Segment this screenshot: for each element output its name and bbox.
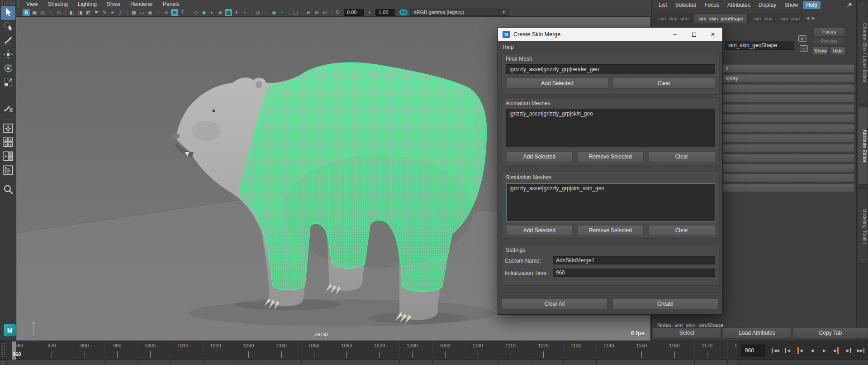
node-tab[interactable]: sim_skin — [776, 14, 804, 23]
node-name-field[interactable]: sim_skin_geoShape — [725, 41, 794, 50]
separator[interactable] — [251, 10, 251, 15]
frame-ruler-segment[interactable]: 1140 — [596, 341, 629, 360]
antialias-icon[interactable]: ◉ — [270, 9, 278, 16]
attribute-editor-menu-item[interactable]: Attributes — [724, 1, 754, 9]
gate-mask-icon[interactable]: ○ — [155, 9, 162, 16]
frame-ruler-segment[interactable]: 1180 — [727, 341, 737, 360]
clear-all-button[interactable]: Clear All — [502, 298, 607, 309]
pane-icon[interactable]: ⊡ — [321, 9, 328, 16]
frame-ruler-segment[interactable]: 1130 — [563, 341, 596, 360]
presets-button[interactable]: Presets — [813, 37, 845, 46]
bookmark-icon[interactable]: ⚑ — [93, 9, 100, 16]
frame-ruler-segment[interactable]: 1000 — [138, 341, 170, 360]
gamma-icon[interactable]: ◗ — [366, 9, 373, 16]
occlusion-icon[interactable]: ◎ — [254, 9, 261, 16]
gamma-field[interactable]: 1.00 — [375, 9, 395, 16]
frame-ruler-segment[interactable]: 1160 — [662, 341, 694, 360]
dialog-help-menu[interactable]: Help — [503, 44, 514, 50]
pin-icon[interactable] — [846, 2, 853, 10]
select-button[interactable]: Select — [653, 327, 721, 339]
single-pane-layout[interactable] — [1, 122, 15, 136]
frame-ruler-segment[interactable]: 990 — [104, 341, 137, 360]
paint-select-tool[interactable] — [1, 34, 15, 48]
focus-button[interactable]: Focus — [813, 27, 845, 36]
animation-clear-button[interactable]: Clear — [648, 151, 715, 162]
grid-icon[interactable]: ▦ — [130, 9, 138, 16]
list-item[interactable]: |grizzly_asset|grizzly_grp|skin_geo — [509, 110, 712, 117]
frame-ruler-segment[interactable]: 1170 — [694, 341, 727, 360]
frame-ruler-segment[interactable]: 1070 — [367, 341, 399, 360]
simulation-clear-button[interactable]: Clear — [648, 225, 715, 236]
maximize-button[interactable] — [684, 28, 703, 41]
play-forwards-button[interactable]: ▶ — [819, 345, 830, 356]
object-select-mode-icon[interactable]: ▢ — [292, 9, 299, 16]
animation-add-selected-button[interactable]: Add Selected — [506, 151, 573, 162]
show-button[interactable]: Show — [812, 47, 829, 55]
select-by-name-icon[interactable]: A — [23, 9, 30, 16]
step-forward-key-button[interactable]: ▶ — [831, 345, 842, 356]
motion-blur-icon[interactable]: ◌ — [262, 9, 270, 16]
panel-menu-item[interactable]: Shading — [48, 1, 68, 7]
zoom-select-icon[interactable]: + — [109, 9, 116, 16]
node-tab[interactable]: sim_skin_geoShapeOrig — [749, 14, 775, 23]
frame-ruler-segment[interactable]: 1120 — [531, 341, 563, 360]
attribute-editor-menu-item[interactable]: Focus — [701, 1, 722, 9]
panel-menu-item[interactable]: Panels — [163, 1, 180, 7]
create-button[interactable]: Create — [612, 298, 718, 309]
attribute-editor-menu-item[interactable]: Show — [781, 1, 801, 9]
separator[interactable] — [127, 10, 128, 15]
time-slider-grip[interactable] — [1, 343, 5, 358]
separator[interactable] — [65, 10, 66, 15]
time-slider[interactable]: 9609709809901000101010201030104010501060… — [0, 341, 868, 360]
lights-icon[interactable]: ☀ — [233, 9, 240, 16]
tab-channel-box-layer-editor[interactable]: Channel Box / Layer Editor — [857, 3, 868, 103]
go-to-start-button[interactable]: ◀◀ — [770, 345, 781, 356]
color-management-toggle[interactable]: ON — [399, 10, 408, 15]
minimize-button[interactable]: – — [665, 28, 684, 41]
notes-resize-handle[interactable] — [705, 319, 796, 319]
frame-ruler-segment[interactable]: 980 — [72, 341, 104, 360]
grease-pencil-icon[interactable]: ✎ — [101, 9, 108, 16]
isolate-select-icon[interactable]: ▣ — [31, 9, 38, 16]
select-tool[interactable] — [1, 6, 15, 20]
simulation-add-selected-button[interactable]: Add Selected — [506, 225, 573, 236]
exposure-field[interactable]: 0.00 — [344, 9, 364, 16]
load-attributes-button[interactable]: Load Attributes — [723, 327, 791, 339]
step-forward-frame-button[interactable]: ▶ — [843, 345, 854, 356]
camera-icon[interactable]: ◧ — [68, 9, 76, 16]
frame-ruler-segment[interactable]: 1090 — [432, 341, 465, 360]
attribute-editor-menu-item[interactable]: List — [655, 1, 670, 9]
wireframe-icon[interactable]: ◇ — [192, 9, 199, 16]
camera-settings-icon[interactable]: ◩ — [85, 9, 92, 16]
panel-menu-item[interactable]: Renderer — [130, 1, 153, 7]
resolution-gate-icon[interactable]: ◉ — [147, 9, 154, 16]
panel-menu-item[interactable]: Show — [107, 1, 120, 7]
panel-menu-item[interactable]: View — [26, 1, 38, 7]
field-chart-icon[interactable]: ⊡ — [163, 9, 170, 16]
range-slider[interactable] — [0, 360, 868, 365]
camera-lock-icon[interactable]: ◨ — [76, 9, 84, 16]
frame-ruler-segment[interactable]: 1080 — [399, 341, 432, 360]
step-back-frame-button[interactable]: ◀ — [782, 345, 793, 356]
frame-ruler-segment[interactable]: 1110 — [498, 341, 531, 360]
frame-ruler-segment[interactable]: 1060 — [334, 341, 366, 360]
toolbox-grip[interactable] — [1, 1, 14, 5]
attribute-editor-menu-item[interactable]: Display — [755, 1, 779, 9]
custom-name-field[interactable]: AdnSkinMerge1 — [553, 256, 715, 264]
separator[interactable] — [331, 10, 332, 15]
output-connection-icon[interactable]: ▹ — [800, 45, 808, 52]
sculpt-tool[interactable] — [1, 103, 15, 116]
frame-ruler-segment[interactable]: 1010 — [170, 341, 203, 360]
checker-icon[interactable]: ▩ — [225, 9, 232, 16]
frame-ruler-segment[interactable]: 1100 — [465, 341, 498, 360]
isolate-add-icon[interactable]: ▩ — [39, 9, 46, 16]
shadows-icon[interactable]: ● — [241, 9, 248, 16]
tab-attribute-editor[interactable]: Attribute Editor — [857, 107, 868, 185]
animation-meshes-list[interactable]: |grizzly_asset|grizzly_grp|skin_geo — [506, 109, 715, 147]
snapshot-icon[interactable]: ⊟ — [305, 9, 312, 16]
attribute-editor-menu-item[interactable]: Selected — [672, 1, 700, 9]
final-mesh-add-selected-button[interactable]: Add Selected — [506, 78, 608, 89]
zoom-tool[interactable] — [1, 184, 15, 197]
marker-icon[interactable]: ╱ — [117, 9, 124, 16]
animation-remove-selected-button[interactable]: Remove Selected — [577, 151, 644, 162]
